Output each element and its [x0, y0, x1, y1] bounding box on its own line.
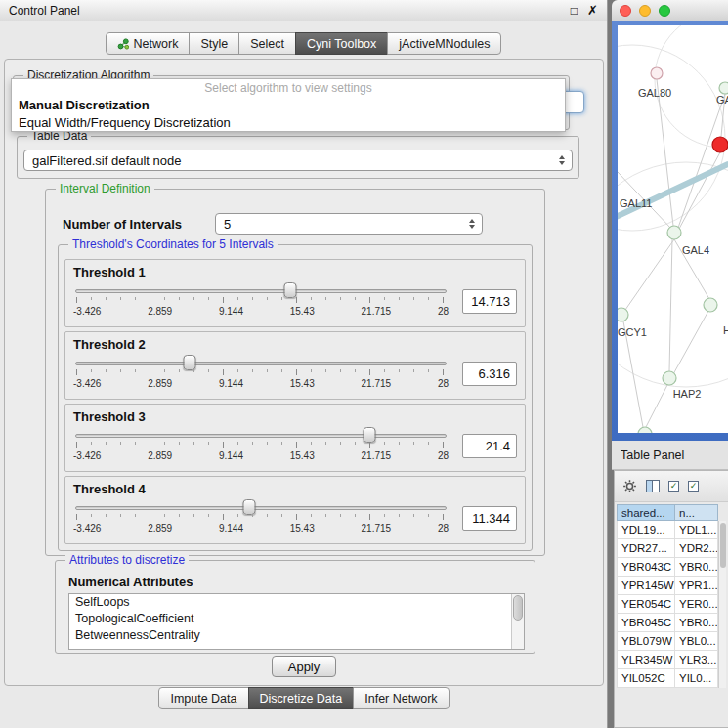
tab-cyni-toolbox[interactable]: Cyni Toolbox: [295, 32, 388, 55]
number-of-intervals-combobox[interactable]: 5: [215, 213, 483, 235]
column-header[interactable]: n...: [675, 504, 718, 521]
network-node[interactable]: [719, 82, 728, 94]
columns-icon[interactable]: [646, 480, 660, 492]
scale-label: 21.715: [362, 450, 392, 461]
slider-thumb[interactable]: [184, 355, 196, 370]
table-row[interactable]: YPR145WYPR1...: [617, 577, 726, 595]
select-all-columns-icon[interactable]: ✓: [668, 481, 679, 492]
table-scrollbar[interactable]: [718, 521, 726, 688]
threshold-slider[interactable]: -3.4262.8599.14415.4321.71528: [73, 497, 449, 538]
scale-label: 2.859: [148, 378, 172, 389]
table-row[interactable]: YBR045CYBR0...: [617, 614, 726, 632]
tab-infer-network[interactable]: Infer Network: [353, 687, 449, 709]
select-visible-columns-icon[interactable]: ✓: [688, 481, 699, 492]
network-node[interactable]: [651, 67, 663, 79]
combobox-arrows-icon: [469, 219, 482, 229]
dropdown-placeholder: Select algorithm to view settings: [12, 80, 565, 97]
scale-label: 28: [438, 378, 449, 389]
network-node[interactable]: [667, 226, 681, 239]
apply-button[interactable]: Apply: [272, 656, 336, 677]
threshold-slider[interactable]: -3.4262.8599.14415.4321.71528: [73, 425, 449, 466]
threshold-value-field[interactable]: 21.4: [462, 434, 517, 458]
table-row[interactable]: YLR345WYLR3...: [617, 651, 726, 669]
slider-thumb[interactable]: [283, 282, 296, 298]
dropdown-option-equal-width-frequency[interactable]: Equal Width/Frequency Discretization: [12, 114, 565, 132]
list-scrollbar-thumb[interactable]: [513, 595, 523, 621]
attribute-list-item[interactable]: TopologicalCoefficient: [69, 611, 524, 627]
thresholds-group-title: Threshold's Coordinates for 5 Intervals: [68, 237, 278, 251]
network-canvas[interactable]: GAL80GAGAL11GAL4GCY1HHAP2: [618, 25, 728, 433]
table-scrollbar-thumb[interactable]: [720, 523, 726, 568]
table-row[interactable]: YDR27...YDR2...: [617, 539, 726, 558]
slider-thumb[interactable]: [243, 499, 256, 515]
close-traffic-light-icon[interactable]: [620, 5, 631, 17]
table-cell: YLR3...: [675, 651, 718, 669]
threshold-value-field[interactable]: 6.316: [462, 362, 517, 386]
table-cell: YER054C: [617, 595, 675, 614]
dropdown-option-manual-discretization[interactable]: Manual Discretization: [12, 97, 565, 114]
network-node[interactable]: [638, 427, 652, 433]
tab-style[interactable]: Style: [189, 32, 239, 55]
tab-impute-data[interactable]: Impute Data: [158, 687, 248, 709]
tab-select[interactable]: Select: [238, 32, 296, 55]
slider-thumb[interactable]: [364, 427, 376, 443]
table-row[interactable]: YIL052CYIL0...: [617, 669, 726, 688]
table-data-selected-value: galFiltered.sif default node: [32, 153, 181, 168]
slider-track[interactable]: [75, 289, 447, 293]
slider-track[interactable]: [75, 506, 447, 510]
threshold-panel: Threshold 1-3.4262.8599.14415.4321.71528…: [64, 259, 526, 327]
slider-track[interactable]: [75, 434, 447, 438]
scale-label: 21.715: [362, 523, 392, 534]
threshold-value-field[interactable]: 14.713: [462, 289, 517, 314]
table-row[interactable]: YDL19...YDL1...: [617, 521, 726, 539]
threshold-label: Threshold 1: [73, 265, 517, 279]
threshold-slider[interactable]: -3.4262.8599.14415.4321.71528: [73, 353, 449, 394]
attributes-group-title: Attributes to discretize: [65, 553, 189, 567]
list-scrollbar[interactable]: [511, 594, 524, 649]
tab-jactivemnodules[interactable]: jActiveMNodules: [387, 32, 501, 55]
minimize-traffic-light-icon[interactable]: [639, 5, 651, 17]
scale-label: 21.715: [362, 378, 392, 389]
attribute-list-item[interactable]: SelfLoops: [69, 594, 524, 611]
list-items-container: SelfLoopsTopologicalCoefficientBetweenne…: [69, 594, 524, 644]
table-toolbar: ✓ ✓: [615, 471, 728, 502]
network-node[interactable]: [704, 298, 717, 312]
tab-network[interactable]: Network: [106, 32, 191, 55]
threshold-label: Threshold 4: [73, 482, 517, 496]
network-node-label: H: [723, 324, 728, 336]
network-node[interactable]: [663, 371, 676, 385]
threshold-panel: Threshold 2-3.4262.8599.14415.4321.71528…: [64, 331, 526, 400]
slider-ticks: [76, 514, 447, 520]
scale-label: 2.859: [148, 450, 172, 461]
threshold-value-field[interactable]: 11.344: [462, 506, 517, 531]
gear-icon[interactable]: [622, 479, 637, 493]
scale-label: 2.859: [148, 306, 172, 317]
tab-discretize-data[interactable]: Discretize Data: [248, 687, 355, 709]
slider-ticks: [76, 369, 447, 375]
slider-track[interactable]: [75, 362, 447, 365]
network-svg: GAL80GAGAL11GAL4GCY1HHAP2: [618, 25, 728, 433]
threshold-slider[interactable]: -3.4262.8599.14415.4321.71528: [73, 280, 449, 321]
table-cell: YDR2...: [675, 539, 718, 558]
network-node[interactable]: [712, 137, 728, 152]
slider-scale: -3.4262.8599.14415.4321.71528: [73, 306, 449, 317]
close-icon[interactable]: ✗: [587, 4, 598, 17]
float-window-icon[interactable]: □: [571, 5, 578, 17]
table-row[interactable]: YBR043CYBR0...: [617, 558, 726, 577]
column-header[interactable]: shared...: [617, 504, 675, 521]
tab-label: Network: [134, 37, 179, 51]
scale-label: 15.43: [290, 523, 315, 534]
numerical-attributes-list[interactable]: SelfLoopsTopologicalCoefficientBetweenne…: [68, 593, 525, 650]
table-panel: ✓ ✓ shared...n... YDL19...YDL1...YDR27..…: [614, 470, 728, 728]
attribute-list-item[interactable]: BetweennessCentrality: [69, 627, 524, 644]
interval-definition-group-title: Interval Definition: [56, 182, 154, 195]
table-data-combobox[interactable]: galFiltered.sif default node: [23, 150, 573, 171]
tab-label: Cyni Toolbox: [307, 37, 376, 51]
table-body: YDL19...YDL1...YDR27...YDR2...YBR043CYBR…: [617, 521, 726, 688]
table-row[interactable]: YER054CYER0...: [617, 595, 726, 614]
interval-definition-group: Interval Definition Number of Intervals …: [45, 189, 545, 556]
table-row[interactable]: YBL079WYBL0...: [617, 632, 726, 651]
network-node[interactable]: [618, 308, 628, 321]
zoom-traffic-light-icon[interactable]: [659, 5, 670, 17]
combobox-arrows-icon: [559, 155, 572, 165]
